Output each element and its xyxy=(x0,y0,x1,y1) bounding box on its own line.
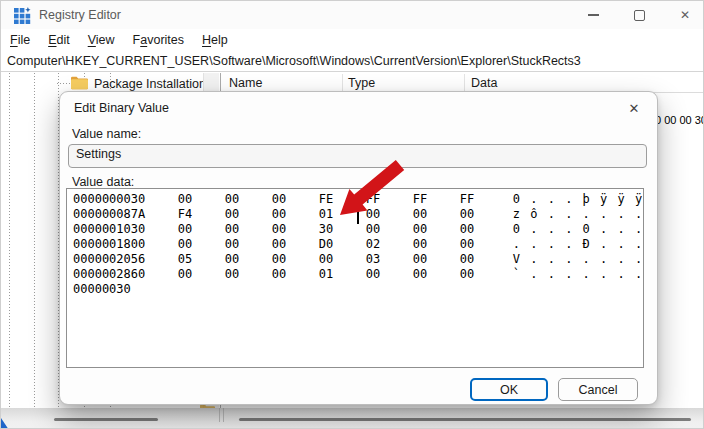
hex-row: 00000020 5605000000030000 V . . . . . . … xyxy=(73,252,643,267)
hex-byte: 01 xyxy=(319,267,366,282)
menu-view[interactable]: View xyxy=(88,33,115,47)
address-bar[interactable]: Computer\HKEY_CURRENT_USER\Software\Micr… xyxy=(1,50,704,72)
list-horizontal-scrollbar-thumb[interactable] xyxy=(239,418,691,421)
menu-file[interactable]: File xyxy=(10,33,30,47)
hex-byte: 00 xyxy=(366,222,413,237)
hex-address: 00000030 xyxy=(73,282,136,297)
hex-byte: 30 xyxy=(319,222,366,237)
hex-byte: 00 xyxy=(225,192,272,207)
hex-row: 00000010 3000000030000000 0 . . . 0 . . … xyxy=(73,222,643,237)
hex-byte: F4 xyxy=(178,207,225,222)
hex-byte: 00 xyxy=(225,237,272,252)
hex-byte: 03 xyxy=(366,252,413,267)
hex-bytes: 30000000FEFFFFFF xyxy=(131,192,507,207)
hex-byte: 00 xyxy=(460,237,507,252)
hex-ascii: 0 . . . þ ÿ ÿ ÿ xyxy=(513,192,644,207)
hex-byte: D0 xyxy=(319,237,366,252)
minimize-button[interactable] xyxy=(571,1,615,29)
hex-bytes: 6000000001000000 xyxy=(131,267,507,282)
hex-ascii: z ô . . . . . . xyxy=(513,207,644,222)
maximize-button[interactable] xyxy=(617,1,661,29)
registry-editor-window: { "titlebar": { "title": "Registry Edito… xyxy=(0,0,704,429)
hex-byte: 30 xyxy=(131,192,178,207)
tree-item-label: Package Installation xyxy=(94,77,206,91)
hex-byte: 00 xyxy=(225,207,272,222)
column-header-type[interactable]: Type xyxy=(348,76,375,90)
hex-ascii: ` . . . . . . . xyxy=(513,267,644,282)
hex-byte: 00 xyxy=(272,222,319,237)
value-data-label: Value data: xyxy=(72,175,134,189)
hex-byte: 00 xyxy=(413,237,460,252)
dialog-close-button[interactable]: ✕ xyxy=(620,97,648,119)
column-header-name[interactable]: Name xyxy=(229,76,262,90)
hex-byte: 00 xyxy=(413,222,460,237)
red-arrow-annotation xyxy=(331,159,407,221)
column-separator[interactable] xyxy=(342,74,343,92)
tree-horizontal-scrollbar-thumb[interactable] xyxy=(54,418,158,421)
hex-bytes: 7AF4000001000000 xyxy=(131,207,507,222)
hex-byte: 56 xyxy=(131,252,178,267)
tree-guide-line xyxy=(34,73,35,408)
hex-byte: 00 xyxy=(460,207,507,222)
hex-byte: FF xyxy=(413,192,460,207)
hex-byte: 7A xyxy=(131,207,178,222)
hex-bytes: 5605000000030000 xyxy=(131,252,507,267)
hex-byte: 00 xyxy=(413,267,460,282)
hex-bytes: 00000000D0020000 xyxy=(131,237,507,252)
hex-address: 00000020 xyxy=(73,252,131,267)
hex-row: 00000030 xyxy=(73,282,643,297)
hex-byte: 05 xyxy=(178,252,225,267)
maximize-icon xyxy=(634,10,645,21)
hex-row: 00000028 6000000001000000 ` . . . . . . … xyxy=(73,267,643,282)
hex-byte: 02 xyxy=(366,237,413,252)
hex-ascii: . . . . Ð . . . xyxy=(513,237,644,252)
close-icon: ✕ xyxy=(680,8,690,22)
hex-address: 00000018 xyxy=(73,237,131,252)
hex-byte: 00 xyxy=(178,267,225,282)
hex-address: 00000028 xyxy=(73,267,131,282)
title-bar: Registry Editor ✕ xyxy=(1,1,704,29)
hex-row: 00000018 00000000D0020000 . . . . Ð . . … xyxy=(73,237,643,252)
hex-byte: 00 xyxy=(225,267,272,282)
partial-data-value: 0 00 00 30 xyxy=(655,114,704,126)
hex-byte: 60 xyxy=(131,267,178,282)
hex-byte: 00 xyxy=(319,252,366,267)
cancel-button[interactable]: Cancel xyxy=(558,378,638,401)
hex-byte: 00 xyxy=(225,222,272,237)
hex-byte: 00 xyxy=(178,237,225,252)
menu-edit[interactable]: Edit xyxy=(48,33,70,47)
hex-byte: 00 xyxy=(225,252,272,267)
ok-button[interactable]: OK xyxy=(470,378,548,401)
hex-byte: 00 xyxy=(272,237,319,252)
registry-editor-icon xyxy=(14,7,31,28)
hex-byte: 00 xyxy=(178,192,225,207)
scrollbar-separator xyxy=(223,408,224,422)
hex-byte: 00 xyxy=(366,267,413,282)
column-header-data[interactable]: Data xyxy=(471,76,497,90)
tree-connector-line xyxy=(57,83,71,84)
hex-byte: 00 xyxy=(460,252,507,267)
hex-byte: 00 xyxy=(178,222,225,237)
hex-byte: 00 xyxy=(272,207,319,222)
hex-byte: 30 xyxy=(131,222,178,237)
hex-byte: 00 xyxy=(460,267,507,282)
hex-ascii: V . . . . . . . xyxy=(513,252,644,267)
menu-favorites[interactable]: Favorites xyxy=(133,33,184,47)
hex-address: 00000010 xyxy=(73,222,131,237)
value-name-label: Value name: xyxy=(72,127,141,141)
tree-guide-line xyxy=(9,73,10,408)
folder-icon xyxy=(71,76,88,93)
close-button[interactable]: ✕ xyxy=(663,1,704,29)
hex-byte: 00 xyxy=(272,267,319,282)
hex-byte: 00 xyxy=(460,222,507,237)
edit-binary-value-dialog: Edit Binary Value ✕ Value name: Settings… xyxy=(59,91,658,405)
column-separator[interactable] xyxy=(464,74,465,92)
hex-address: 00000000 xyxy=(73,192,131,207)
scrollbar-separator xyxy=(219,408,220,422)
menu-bar: File Edit View Favorites Help xyxy=(1,29,704,50)
window-title: Registry Editor xyxy=(39,8,121,22)
menu-help[interactable]: Help xyxy=(202,33,228,47)
hex-byte: 00 xyxy=(272,192,319,207)
hex-ascii: 0 . . . 0 . . . xyxy=(513,222,644,237)
hex-byte: 00 xyxy=(413,207,460,222)
